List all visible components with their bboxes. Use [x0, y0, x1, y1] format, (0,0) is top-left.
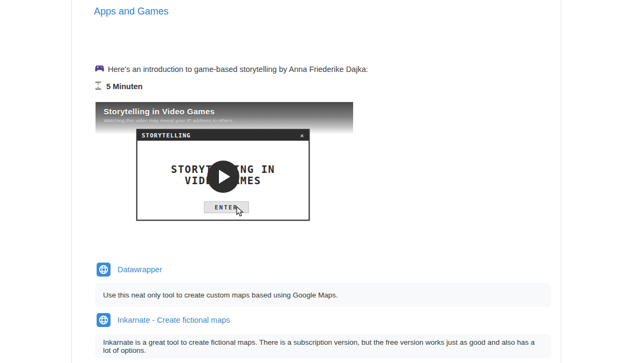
- video-title: Storytelling in Video Games: [104, 107, 345, 116]
- video-thumbnail-window[interactable]: STORYTELLING ✕ STORYTELLING IN VIDEO GAM…: [136, 129, 310, 221]
- close-icon[interactable]: ✕: [300, 132, 304, 139]
- gamepad-icon: [95, 65, 104, 74]
- intro-text: Here's an introduction to game-based sto…: [108, 65, 368, 74]
- video-embed[interactable]: Storytelling in Video Games Watching thi…: [96, 102, 353, 247]
- content-right-border: [561, 0, 561, 363]
- globe-icon[interactable]: [97, 263, 111, 277]
- duration-line: 5 Minuten: [95, 82, 143, 91]
- globe-icon[interactable]: [97, 313, 111, 327]
- resource-link-inkarnate[interactable]: Inkarnate - Create fictional maps: [97, 313, 230, 327]
- thumbnail-window-title: STORYTELLING: [142, 132, 191, 139]
- video-privacy-notice: Watching this video may reveal your IP a…: [104, 118, 345, 124]
- resource-description: Use this neat only tool to create custom…: [95, 283, 551, 307]
- play-button[interactable]: [207, 161, 239, 193]
- resource-link-datawrapper[interactable]: Datawrapper: [97, 263, 162, 277]
- intro-text-line: Here's an introduction to game-based sto…: [95, 65, 368, 74]
- cursor-arrow-icon: [236, 206, 245, 219]
- hourglass-icon: [95, 82, 101, 91]
- duration-text: 5 Minuten: [106, 82, 143, 91]
- course-section-page: Apps and Games Here's an introduction to…: [0, 0, 644, 363]
- play-icon: [219, 170, 230, 184]
- resource-label[interactable]: Inkarnate - Create fictional maps: [118, 316, 230, 324]
- content-left-border: [71, 0, 72, 363]
- section-title: Apps and Games: [94, 6, 169, 17]
- thumbnail-body: STORYTELLING IN VIDEO GAMES ENTER: [137, 141, 309, 220]
- resource-description: Inkarnate is a great tool to create fict…: [95, 334, 551, 358]
- thumbnail-titlebar: STORYTELLING ✕: [137, 130, 309, 141]
- resource-label[interactable]: Datawrapper: [118, 265, 162, 274]
